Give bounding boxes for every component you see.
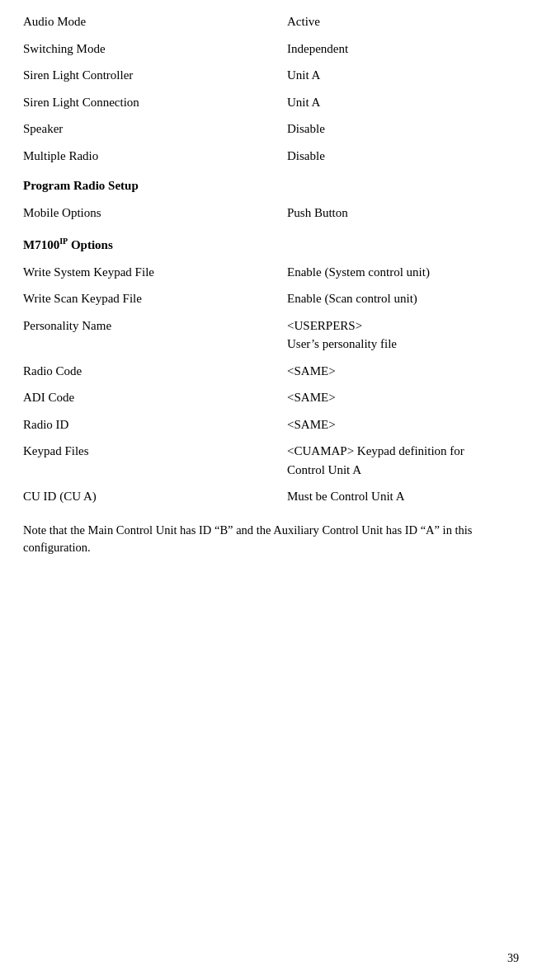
table-row: Audio ModeActive bbox=[23, 8, 519, 35]
section-header-sup-row: M7100IP Options bbox=[23, 227, 519, 259]
row-value: <CUAMAP> Keypad definition for Control U… bbox=[287, 442, 519, 479]
section-header-row: Program Radio Setup bbox=[23, 169, 519, 199]
settings-table: Audio ModeActiveSwitching ModeIndependen… bbox=[23, 8, 519, 510]
table-row: Personality Name<USERPERS> User’s person… bbox=[23, 312, 519, 358]
page-number: 39 bbox=[507, 952, 519, 965]
row-value: <SAME> bbox=[287, 388, 519, 407]
row-label: Keypad Files bbox=[23, 442, 287, 461]
row-value: Unit A bbox=[287, 93, 519, 112]
section-header-sup-label: M7100IP Options bbox=[23, 232, 287, 256]
row-label: Siren Light Controller bbox=[23, 66, 287, 85]
page-content: Audio ModeActiveSwitching ModeIndependen… bbox=[0, 0, 542, 590]
row-label: Multiple Radio bbox=[23, 147, 287, 166]
row-value: Active bbox=[287, 12, 519, 31]
table-row: Keypad Files<CUAMAP> Keypad definition f… bbox=[23, 438, 519, 483]
row-value: Independent bbox=[287, 40, 519, 59]
row-value: Enable (Scan control unit) bbox=[287, 289, 519, 308]
row-value: <USERPERS> User’s personality file bbox=[287, 317, 519, 354]
table-row: Siren Light ControllerUnit A bbox=[23, 62, 519, 89]
row-value: Unit A bbox=[287, 66, 519, 85]
table-row: Switching ModeIndependent bbox=[23, 35, 519, 63]
row-label: Audio Mode bbox=[23, 12, 287, 31]
table-row: Radio Code<SAME> bbox=[23, 358, 519, 385]
table-row: Write System Keypad FileEnable (System c… bbox=[23, 259, 519, 286]
row-value: <SAME> bbox=[287, 415, 519, 434]
row-value: Disable bbox=[287, 120, 519, 138]
table-row: ADI Code<SAME> bbox=[23, 384, 519, 411]
row-label: Personality Name bbox=[23, 317, 287, 335]
row-label: Write Scan Keypad File bbox=[23, 289, 287, 308]
table-row: Write Scan Keypad FileEnable (Scan contr… bbox=[23, 285, 519, 312]
row-value: <SAME> bbox=[287, 362, 519, 381]
row-label: Siren Light Connection bbox=[23, 93, 287, 112]
table-row: Radio ID<SAME> bbox=[23, 411, 519, 438]
row-label: Radio Code bbox=[23, 362, 287, 381]
row-label: Mobile Options bbox=[23, 204, 287, 223]
table-row: Mobile OptionsPush Button bbox=[23, 199, 519, 227]
section-header-label: Program Radio Setup bbox=[23, 174, 287, 196]
row-label: Radio ID bbox=[23, 415, 287, 434]
row-value: Must be Control Unit A bbox=[287, 487, 519, 506]
table-row: Siren Light ConnectionUnit A bbox=[23, 89, 519, 116]
row-value: Push Button bbox=[287, 204, 519, 223]
row-label: Speaker bbox=[23, 120, 287, 138]
table-row: Multiple RadioDisable bbox=[23, 143, 519, 170]
row-label: ADI Code bbox=[23, 388, 287, 407]
table-row: CU ID (CU A)Must be Control Unit A bbox=[23, 483, 519, 510]
row-label: Switching Mode bbox=[23, 40, 287, 59]
table-row: SpeakerDisable bbox=[23, 115, 519, 143]
row-label: Write System Keypad File bbox=[23, 263, 287, 282]
row-value: Enable (System control unit) bbox=[287, 263, 519, 282]
footnote: Note that the Main Control Unit has ID “… bbox=[23, 522, 519, 558]
row-value: Disable bbox=[287, 147, 519, 166]
row-label: CU ID (CU A) bbox=[23, 487, 287, 506]
